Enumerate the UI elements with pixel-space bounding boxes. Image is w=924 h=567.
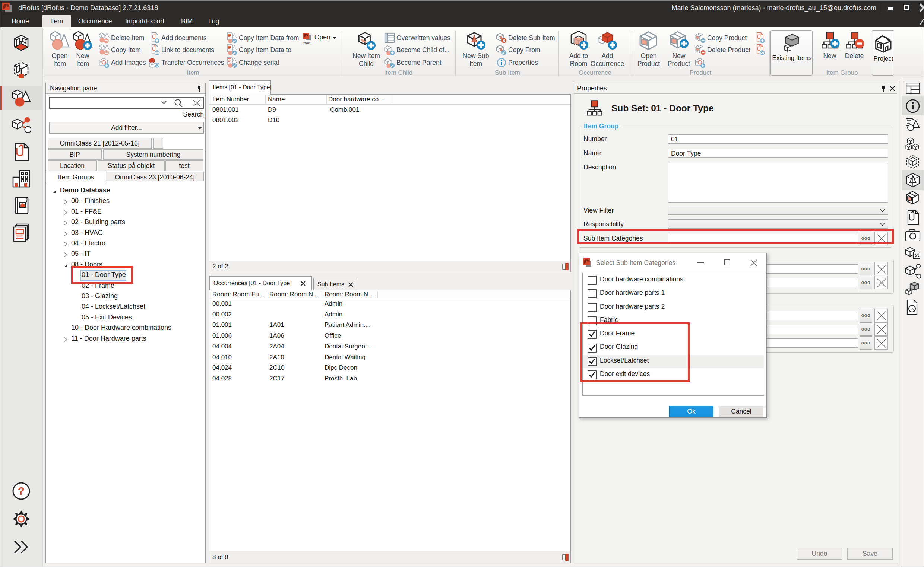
svg-text:?: ? <box>18 485 25 497</box>
svg-text:www: www <box>303 40 311 44</box>
